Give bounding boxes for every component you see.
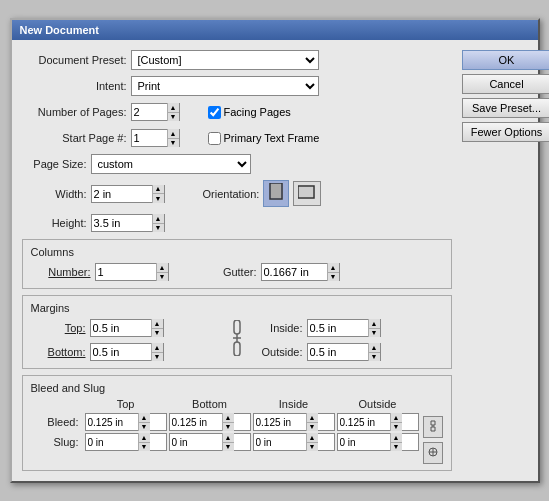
- svg-rect-5: [234, 342, 240, 356]
- bleed-inside-spinner[interactable]: ▲ ▼: [253, 413, 335, 431]
- bleed-top-down[interactable]: ▼: [139, 423, 150, 432]
- gutter-up[interactable]: ▲: [328, 263, 339, 273]
- margins-inside-spinner[interactable]: ▲ ▼: [307, 319, 381, 337]
- margins-inside-up[interactable]: ▲: [369, 319, 380, 329]
- slug-bottom-down[interactable]: ▼: [223, 443, 234, 452]
- columns-number-spinner[interactable]: ▲ ▼: [95, 263, 169, 281]
- bleed-bottom-up[interactable]: ▲: [223, 413, 234, 423]
- bleed-outside-up[interactable]: ▲: [391, 413, 402, 423]
- slug-chain-icon[interactable]: [423, 442, 443, 464]
- columns-number-down[interactable]: ▼: [157, 273, 168, 282]
- slug-inside-input[interactable]: [254, 434, 306, 450]
- start-page-row: Start Page #: ▲ ▼ Primary Text Frame: [22, 128, 452, 148]
- slug-inside-up[interactable]: ▲: [307, 433, 318, 443]
- width-up[interactable]: ▲: [153, 185, 164, 195]
- slug-top-down[interactable]: ▼: [139, 443, 150, 452]
- height-down[interactable]: ▼: [153, 224, 164, 233]
- facing-pages-label: Facing Pages: [224, 106, 291, 118]
- pages-down[interactable]: ▼: [168, 113, 179, 122]
- pages-input[interactable]: [132, 104, 167, 120]
- svg-rect-4: [234, 320, 240, 334]
- portrait-button[interactable]: [263, 180, 289, 207]
- gutter-spinner[interactable]: ▲ ▼: [261, 263, 340, 281]
- slug-outside-up[interactable]: ▲: [391, 433, 402, 443]
- bleed-top-up[interactable]: ▲: [139, 413, 150, 423]
- cancel-button[interactable]: Cancel: [462, 74, 550, 94]
- bleed-chain-icon[interactable]: [423, 416, 443, 438]
- bleed-top-input[interactable]: [86, 414, 138, 430]
- page-size-row: Page Size: custom: [22, 154, 452, 174]
- chain-icon[interactable]: [229, 320, 245, 360]
- slug-bottom-up[interactable]: ▲: [223, 433, 234, 443]
- start-page-input[interactable]: [132, 130, 167, 146]
- start-page-up[interactable]: ▲: [168, 129, 179, 139]
- gutter-input[interactable]: [262, 264, 327, 280]
- margins-top-up[interactable]: ▲: [152, 319, 163, 329]
- bleed-inside-down[interactable]: ▼: [307, 423, 318, 432]
- height-spinner[interactable]: ▲ ▼: [91, 214, 165, 232]
- dialog-title: New Document: [20, 24, 99, 36]
- width-input[interactable]: [92, 186, 152, 202]
- width-orientation-row: Width: ▲ ▼ Orientation:: [22, 180, 452, 207]
- margins-label: Margins: [31, 302, 443, 314]
- width-down[interactable]: ▼: [153, 194, 164, 203]
- bleed-top-spinner[interactable]: ▲ ▼: [85, 413, 167, 431]
- page-size-select[interactable]: custom: [91, 154, 251, 174]
- ok-button[interactable]: OK: [462, 50, 550, 70]
- pages-spinner[interactable]: ▲ ▼: [131, 103, 180, 121]
- slug-outside-down[interactable]: ▼: [391, 443, 402, 452]
- margins-inside-down[interactable]: ▼: [369, 329, 380, 338]
- fewer-options-button[interactable]: Fewer Options: [462, 122, 550, 142]
- margins-inside-input[interactable]: [308, 320, 368, 336]
- margins-bottom-up[interactable]: ▲: [152, 343, 163, 353]
- start-page-spinner[interactable]: ▲ ▼: [131, 129, 180, 147]
- height-up[interactable]: ▲: [153, 214, 164, 224]
- height-input[interactable]: [92, 215, 152, 231]
- bleed-bottom-down[interactable]: ▼: [223, 423, 234, 432]
- new-document-dialog: New Document Document Preset: [Custom] I…: [10, 18, 540, 483]
- margins-top-down[interactable]: ▼: [152, 329, 163, 338]
- primary-text-frame-checkbox[interactable]: [208, 132, 221, 145]
- slug-top-up[interactable]: ▲: [139, 433, 150, 443]
- bleed-outside-spinner[interactable]: ▲ ▼: [337, 413, 419, 431]
- slug-outside-spinner[interactable]: ▲ ▼: [337, 433, 419, 451]
- bleed-bottom-spinner[interactable]: ▲ ▼: [169, 413, 251, 431]
- intent-select[interactable]: Print: [131, 76, 319, 96]
- slug-bottom-input[interactable]: [170, 434, 222, 450]
- facing-pages-checkbox[interactable]: [208, 106, 221, 119]
- margins-outside-up[interactable]: ▲: [369, 343, 380, 353]
- slug-bottom-spinner[interactable]: ▲ ▼: [169, 433, 251, 451]
- start-page-down[interactable]: ▼: [168, 139, 179, 148]
- margins-top-spinner[interactable]: ▲ ▼: [90, 319, 164, 337]
- bleed-inside-input[interactable]: [254, 414, 306, 430]
- col-outside-header: Outside: [337, 398, 419, 410]
- margins-bottom-spinner[interactable]: ▲ ▼: [90, 343, 164, 361]
- bleed-outside-input[interactable]: [338, 414, 390, 430]
- pages-up[interactable]: ▲: [168, 103, 179, 113]
- slug-top-input[interactable]: [86, 434, 138, 450]
- slug-top-spinner[interactable]: ▲ ▼: [85, 433, 167, 451]
- main-panel: Document Preset: [Custom] Intent: Print …: [22, 50, 452, 471]
- slug-inside-spinner[interactable]: ▲ ▼: [253, 433, 335, 451]
- margins-top-input[interactable]: [91, 320, 151, 336]
- title-bar: New Document: [12, 20, 538, 40]
- columns-number-up[interactable]: ▲: [157, 263, 168, 273]
- margins-outside-input[interactable]: [308, 344, 368, 360]
- margins-bottom-down[interactable]: ▼: [152, 353, 163, 362]
- columns-number-input[interactable]: [96, 264, 156, 280]
- margins-outside-down[interactable]: ▼: [369, 353, 380, 362]
- bleed-inside-up[interactable]: ▲: [307, 413, 318, 423]
- width-label: Width:: [22, 188, 87, 200]
- bleed-outside-down[interactable]: ▼: [391, 423, 402, 432]
- save-preset-button[interactable]: Save Preset...: [462, 98, 550, 118]
- margins-outside-spinner[interactable]: ▲ ▼: [307, 343, 381, 361]
- gutter-down[interactable]: ▼: [328, 273, 339, 282]
- bleed-bottom-input[interactable]: [170, 414, 222, 430]
- margins-inside-label: Inside:: [253, 322, 303, 334]
- landscape-button[interactable]: [293, 181, 321, 206]
- margins-bottom-input[interactable]: [91, 344, 151, 360]
- width-spinner[interactable]: ▲ ▼: [91, 185, 165, 203]
- slug-outside-input[interactable]: [338, 434, 390, 450]
- slug-inside-down[interactable]: ▼: [307, 443, 318, 452]
- preset-select[interactable]: [Custom]: [131, 50, 319, 70]
